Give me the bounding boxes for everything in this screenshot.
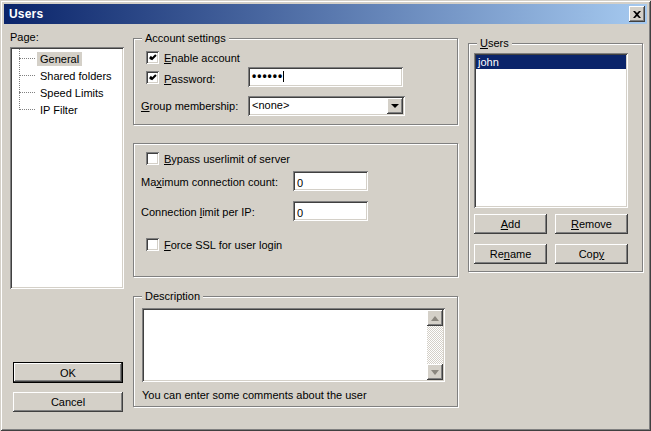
users-listbox[interactable]: john [474,53,628,208]
password-input[interactable]: •••••• [248,67,403,87]
arrow-up-icon [431,316,439,321]
description-text[interactable] [144,310,427,380]
tree-item-ip-filter[interactable]: IP Filter [12,101,122,118]
scrollbar-track[interactable] [427,326,443,364]
close-icon [633,11,641,18]
page-tree: General Shared folders Speed Limits IP F… [10,47,124,289]
cancel-button[interactable]: Cancel [13,392,123,412]
max-connection-label: Maximum connection count: [141,176,278,188]
window-title: Users [4,7,43,21]
max-connection-input[interactable] [293,171,368,191]
arrow-down-icon [431,370,439,375]
remove-user-button[interactable]: Remove [555,214,628,234]
password-dots: •••••• [252,69,283,83]
title-bar[interactable]: Users [4,4,647,24]
add-user-button[interactable]: Add [474,214,547,234]
tree-item-general[interactable]: General [12,50,122,67]
enable-account-label[interactable]: Enable account [164,52,240,64]
account-settings-group-title: Account settings [142,32,229,44]
close-button[interactable] [629,6,645,22]
description-group-title: Description [142,290,203,302]
tree-item-shared-folders[interactable]: Shared folders [12,67,122,84]
group-membership-value: <none> [248,96,405,116]
force-ssl-checkbox[interactable] [146,238,159,251]
password-label[interactable]: Password: [164,73,215,85]
bypass-userlimit-label[interactable]: Bypass userlimit of server [164,153,290,165]
tree-item-label[interactable]: Shared folders [37,69,115,83]
combo-dropdown-button[interactable] [387,98,403,114]
ip-limit-label: Connection limit per IP: [141,206,255,218]
force-ssl-label[interactable]: Force SSL for user login [164,239,282,251]
user-list-item[interactable]: john [476,55,626,69]
chevron-down-icon [391,104,399,108]
scroll-down-button[interactable] [427,364,443,380]
page-label: Page: [10,31,39,43]
description-caption: You can enter some comments about the us… [142,389,367,401]
users-group-title: Users [477,37,512,49]
tree-connector [19,58,35,59]
group-membership-select[interactable]: <none> [248,96,405,116]
tree-connector [19,75,35,76]
copy-user-button[interactable]: Copy [555,244,628,264]
enable-account-checkbox[interactable] [146,51,159,64]
tree-item-label[interactable]: General [37,52,82,66]
users-dialog: Users Page: General Shared folders Speed… [0,0,651,431]
group-membership-label: Group membership: [141,100,238,112]
tree-item-speed-limits[interactable]: Speed Limits [12,84,122,101]
vertical-scrollbar[interactable] [427,310,443,380]
rename-user-button[interactable]: Rename [474,244,547,264]
checkmark-icon [149,74,157,82]
scroll-up-button[interactable] [427,310,443,326]
tree-item-label[interactable]: Speed Limits [37,86,107,100]
password-checkbox[interactable] [146,71,159,84]
tree-connector [19,92,35,93]
tree-connector [19,109,35,110]
checkmark-icon [149,54,157,62]
text-caret [283,71,284,82]
ok-button[interactable]: OK [13,362,123,383]
description-textarea[interactable] [142,308,445,382]
ip-limit-input[interactable] [293,201,368,221]
bypass-userlimit-checkbox[interactable] [146,152,159,165]
tree-item-label[interactable]: IP Filter [37,103,81,117]
